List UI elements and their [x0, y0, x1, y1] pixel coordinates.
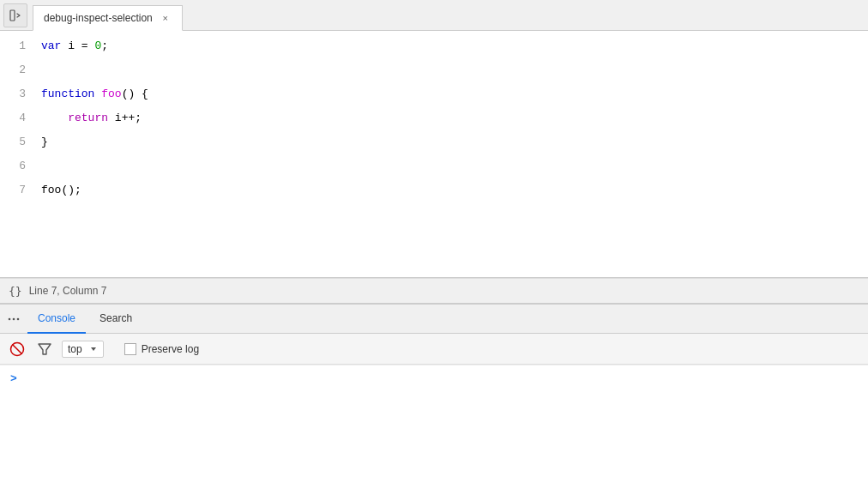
status-bar: {} Line 7, Column 7 — [0, 278, 868, 304]
console-tab-bar: Console Search — [0, 305, 868, 334]
filter-button[interactable] — [34, 339, 55, 359]
code-line: return i++; — [41, 106, 868, 130]
code-line: foo(); — [41, 178, 868, 202]
line-number: 5 — [0, 130, 26, 154]
svg-point-1 — [9, 317, 11, 320]
svg-marker-7 — [91, 347, 96, 351]
tab-search[interactable]: Search — [89, 305, 142, 334]
code-line — [41, 58, 868, 82]
console-prompt-symbol: > — [10, 372, 17, 385]
panel-toggle-button[interactable] — [3, 3, 27, 27]
svg-point-2 — [13, 317, 15, 320]
preserve-log-label: Preserve log — [142, 343, 199, 355]
console-panel: Console Search top — [0, 304, 868, 501]
code-lines[interactable]: var i = 0; function foo() { return i++;}… — [34, 34, 868, 274]
line-number: 2 — [0, 58, 26, 82]
console-toolbar: top Preserve log — [0, 334, 868, 365]
code-line: function foo() { — [41, 82, 868, 106]
code-content: 1234567 var i = 0; function foo() { retu… — [0, 31, 868, 277]
line-numbers: 1234567 — [0, 34, 34, 274]
console-input-area: > — [0, 365, 868, 392]
svg-line-5 — [13, 344, 22, 353]
preserve-log-container: Preserve log — [124, 343, 199, 355]
format-icon: {} — [9, 285, 22, 298]
code-line: } — [41, 130, 868, 154]
code-editor: 1234567 var i = 0; function foo() { retu… — [0, 31, 868, 278]
line-number: 7 — [0, 178, 26, 202]
tab-bar: debug-inspect-selection × — [0, 0, 868, 31]
preserve-log-checkbox[interactable] — [124, 343, 136, 355]
file-tab[interactable]: debug-inspect-selection × — [33, 5, 183, 31]
filter-value: top — [68, 343, 82, 355]
svg-marker-6 — [39, 344, 51, 354]
tab-close-button[interactable]: × — [160, 12, 172, 24]
tab-title: debug-inspect-selection — [44, 12, 153, 24]
code-line — [41, 154, 868, 178]
console-body[interactable]: > — [0, 365, 868, 501]
line-number: 4 — [0, 106, 26, 130]
svg-point-3 — [17, 317, 20, 320]
clear-console-button[interactable] — [7, 339, 27, 359]
tab-search-label: Search — [99, 312, 132, 324]
line-number: 1 — [0, 34, 26, 58]
level-filter-selector[interactable]: top — [62, 341, 104, 358]
tab-console-label: Console — [38, 312, 75, 324]
tab-console[interactable]: Console — [27, 305, 86, 334]
line-number: 6 — [0, 154, 26, 178]
svg-rect-0 — [10, 10, 15, 21]
cursor-position: Line 7, Column 7 — [29, 285, 107, 297]
code-line: var i = 0; — [41, 34, 868, 58]
console-menu-button[interactable] — [3, 309, 24, 329]
line-number: 3 — [0, 82, 26, 106]
